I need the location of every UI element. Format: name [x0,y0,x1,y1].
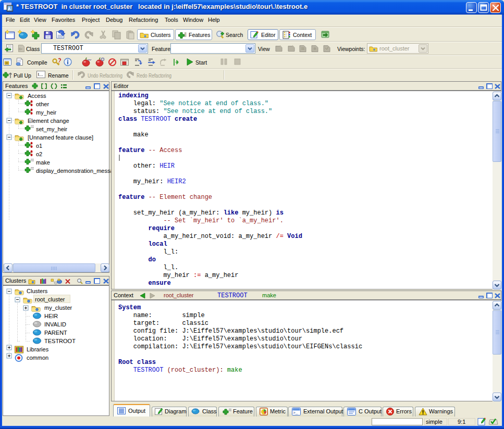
svg-text:>_: >_ [293,410,298,415]
svg-text:I...: I... [38,72,43,77]
